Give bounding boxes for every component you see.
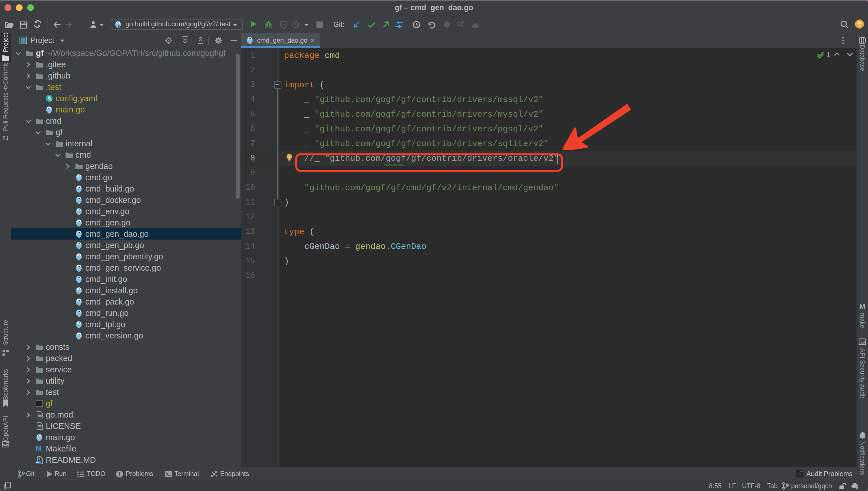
svg-text:MD: MD	[36, 461, 40, 464]
svg-text:/API: /API	[3, 443, 9, 447]
svg-text:/API: /API	[860, 341, 866, 344]
svg-text:/API: /API	[797, 473, 803, 476]
svg-text:M: M	[36, 444, 42, 453]
